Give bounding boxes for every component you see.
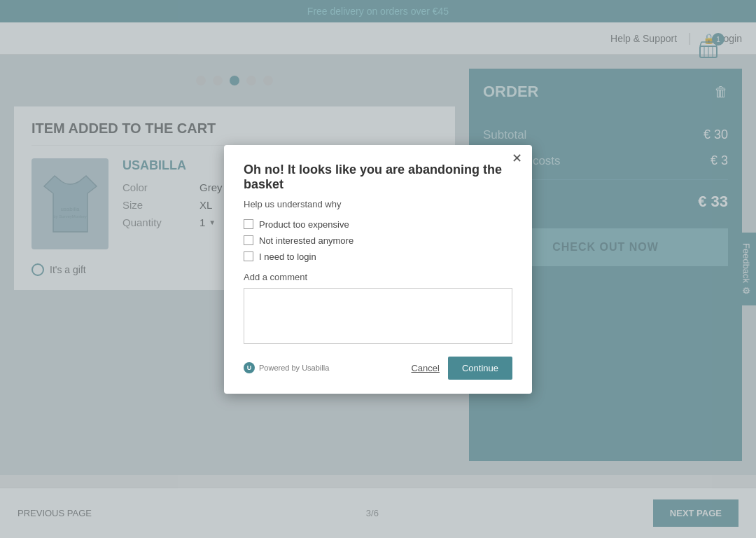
modal-footer: U Powered by Usabilla Cancel Continue bbox=[244, 357, 512, 380]
powered-by: U Powered by Usabilla bbox=[244, 362, 329, 373]
option3-checkbox[interactable] bbox=[244, 251, 253, 261]
powered-by-text: Powered by Usabilla bbox=[259, 364, 329, 372]
option2-checkbox[interactable] bbox=[244, 235, 253, 245]
option2-row: Not interested anymore bbox=[244, 235, 512, 246]
comment-textarea[interactable] bbox=[244, 288, 512, 344]
modal-title: Oh no! It looks like you are abandoning … bbox=[244, 163, 512, 192]
option1-row: Product too expensive bbox=[244, 219, 512, 230]
modal-subtitle: Help us understand why bbox=[244, 199, 512, 209]
option3-row: I need to login bbox=[244, 251, 512, 262]
cancel-button[interactable]: Cancel bbox=[411, 363, 439, 373]
option1-label: Product too expensive bbox=[259, 219, 349, 230]
option1-checkbox[interactable] bbox=[244, 219, 253, 229]
modal-actions: Cancel Continue bbox=[411, 357, 512, 380]
option2-label: Not interested anymore bbox=[259, 235, 354, 246]
usabilla-logo-icon: U bbox=[244, 362, 255, 373]
modal: ✕ Oh no! It looks like you are abandonin… bbox=[224, 145, 532, 394]
comment-label: Add a comment bbox=[244, 272, 512, 282]
option3-label: I need to login bbox=[259, 251, 316, 262]
modal-close-button[interactable]: ✕ bbox=[512, 152, 522, 165]
continue-button[interactable]: Continue bbox=[448, 357, 512, 380]
modal-overlay: ✕ Oh no! It looks like you are abandonin… bbox=[0, 0, 756, 538]
